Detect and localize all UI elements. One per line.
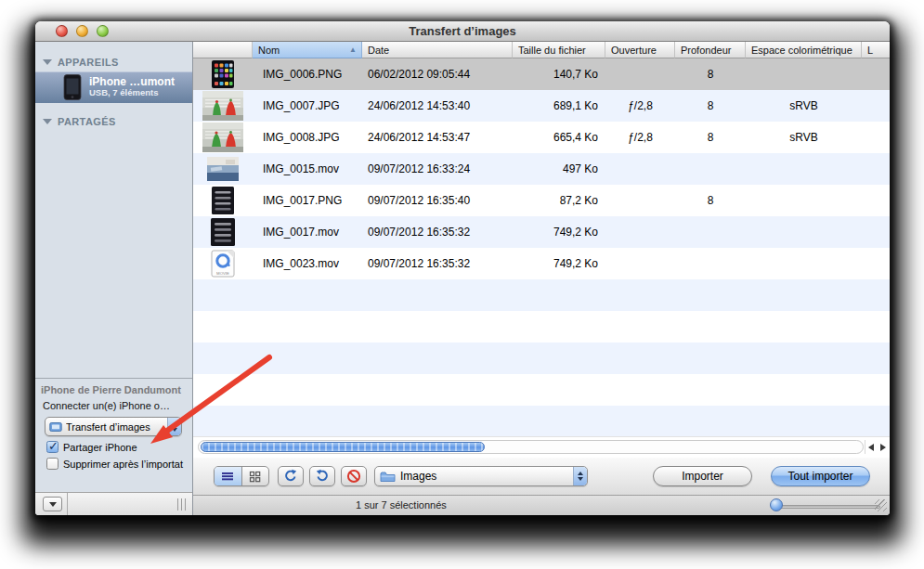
- rotate-counterclockwise-icon: [315, 469, 330, 484]
- file-aperture: [605, 185, 675, 216]
- screenshot-stage: Transfert d’images APPAREILS: [0, 0, 924, 569]
- svg-text:MOVIE: MOVIE: [216, 271, 229, 276]
- file-aperture: ƒ/2,8: [605, 90, 675, 122]
- minimize-button[interactable]: [76, 25, 88, 37]
- column-header-width[interactable]: L: [862, 42, 890, 58]
- sidebar-bottom-bar: [35, 492, 192, 515]
- sidebar-resize-handle[interactable]: [177, 498, 189, 511]
- window-resize-grip[interactable]: [875, 499, 887, 511]
- window-title: Transfert d’images: [409, 24, 516, 38]
- thumbnail-size-slider[interactable]: [771, 505, 880, 509]
- file-date: 09/07/2012 16:33:24: [362, 153, 513, 185]
- disclosure-triangle-icon[interactable]: [43, 59, 52, 65]
- table-row[interactable]: IMG_0008.JPG 24/06/2012 14:53:47 665,4 K…: [193, 122, 890, 153]
- share-iphone-label: Partager iPhone: [63, 442, 137, 453]
- file-size: 665,4 Ko: [513, 122, 605, 153]
- table-header: Nom ▲ Date Taille du fichier Ouverture P…: [193, 42, 890, 58]
- file-name: IMG_0008.JPG: [253, 122, 362, 153]
- file-name: IMG_0017.mov: [253, 216, 362, 248]
- column-header-name[interactable]: Nom ▲: [253, 42, 362, 58]
- file-colorspace: sRVB: [746, 90, 862, 122]
- scroll-left-arrow-icon[interactable]: [868, 444, 874, 451]
- view-mode-segmented-control: [214, 466, 269, 486]
- grid-view-button[interactable]: [242, 467, 269, 485]
- file-name: IMG_0007.JPG: [253, 90, 362, 122]
- sidebar-source-list: APPAREILS iPhone …umont USB, 7 éléments: [35, 42, 192, 378]
- scrollbar-thumb[interactable]: [201, 442, 485, 452]
- selection-status-text: 1 sur 7 sélectionnés: [356, 499, 447, 511]
- thumbnail-quicktime-icon: MOVIE: [211, 250, 235, 278]
- file-aperture: [605, 248, 675, 279]
- divider: [865, 440, 865, 454]
- image-capture-window: Transfert d’images APPAREILS: [35, 21, 890, 515]
- popup-stepper-icon[interactable]: [167, 418, 181, 435]
- file-list: IMG_0006.PNG 06/02/2012 09:05:44 140,7 K…: [193, 58, 890, 436]
- title-bar[interactable]: Transfert d’images: [35, 21, 890, 42]
- file-aperture: [605, 153, 675, 185]
- scrollbar-track[interactable]: [198, 440, 864, 454]
- file-date: 09/07/2012 16:35:32: [362, 216, 513, 248]
- file-size: 689,1 Ko: [513, 90, 605, 122]
- import-button[interactable]: Importer: [653, 466, 752, 486]
- file-size: 749,2 Ko: [513, 248, 605, 279]
- table-row[interactable]: IMG_0015.mov 09/07/2012 16:33:24 497 Ko: [193, 153, 890, 185]
- delete-after-import-row: Supprimer après l’importat: [46, 458, 183, 470]
- file-date: 24/06/2012 14:53:40: [362, 90, 513, 122]
- column-header-depth[interactable]: Profondeur: [675, 42, 746, 58]
- table-row[interactable]: IMG_0017.mov 09/07/2012 16:35:32 749,2 K…: [193, 216, 890, 248]
- thumbnail-dark-screenshot: [212, 187, 234, 214]
- list-view-button[interactable]: [215, 467, 242, 485]
- table-row[interactable]: IMG_0017.PNG 09/07/2012 16:35:40 87,2 Ko…: [193, 185, 890, 216]
- status-bar: 1 sur 7 sélectionnés: [193, 495, 890, 515]
- thumbnail-dark-screenshot: [211, 218, 235, 246]
- iphone-icon: [63, 74, 82, 100]
- thumbnail-iphone-homescreen: [212, 60, 234, 88]
- sidebar-section-shared[interactable]: PARTAGÉS: [35, 112, 192, 131]
- file-depth: [675, 248, 746, 279]
- column-header-aperture[interactable]: Ouverture: [605, 42, 675, 58]
- slider-knob[interactable]: [770, 498, 783, 511]
- column-header-date[interactable]: Date: [362, 42, 513, 58]
- import-all-button[interactable]: Tout importer: [771, 466, 870, 486]
- zoom-button[interactable]: [97, 25, 109, 37]
- file-depth: 8: [675, 58, 746, 90]
- delete-after-import-label: Supprimer après l’importat: [63, 459, 183, 470]
- connect-action-popup[interactable]: Transfert d’images: [45, 417, 182, 436]
- sort-ascending-icon: ▲: [349, 45, 361, 54]
- file-aperture: ƒ/2,8: [605, 122, 675, 153]
- delete-prohibited-icon: [346, 469, 361, 484]
- file-date: 09/07/2012 16:35:32: [362, 248, 513, 279]
- column-header-thumbnail[interactable]: [193, 42, 253, 58]
- destination-folder-popup[interactable]: Images: [374, 466, 588, 486]
- column-header-size[interactable]: Taille du fichier: [513, 42, 605, 58]
- file-date: 06/02/2012 09:05:44: [362, 58, 513, 90]
- file-colorspace: [746, 248, 862, 279]
- file-size: 497 Ko: [513, 153, 605, 185]
- table-row[interactable]: IMG_0006.PNG 06/02/2012 09:05:44 140,7 K…: [193, 58, 890, 90]
- share-iphone-checkbox[interactable]: [46, 441, 59, 453]
- delete-button[interactable]: [341, 466, 367, 486]
- sidebar-section-devices[interactable]: APPAREILS: [35, 53, 192, 71]
- file-colorspace: [746, 185, 862, 216]
- file-size: 749,2 Ko: [513, 216, 605, 248]
- delete-after-import-checkbox[interactable]: [46, 458, 59, 470]
- image-capture-app-icon: [49, 421, 62, 433]
- rotate-counterclockwise-button[interactable]: [309, 466, 335, 486]
- file-browser: Nom ▲ Date Taille du fichier Ouverture P…: [193, 42, 890, 515]
- scroll-right-arrow-icon[interactable]: [880, 444, 886, 451]
- rotate-clockwise-button[interactable]: [278, 466, 304, 486]
- column-header-colorspace[interactable]: Espace colorimétrique: [746, 42, 862, 58]
- sidebar-item-iphone[interactable]: iPhone …umont USB, 7 éléments: [35, 71, 192, 103]
- traffic-lights: [56, 25, 109, 37]
- disclosure-triangle-icon[interactable]: [43, 119, 52, 124]
- horizontal-scrollbar: [193, 436, 890, 458]
- hide-device-settings-button[interactable]: [43, 497, 62, 511]
- divider: [67, 493, 68, 515]
- destination-folder-value: Images: [400, 470, 568, 483]
- device-detail: USB, 7 éléments: [89, 88, 175, 98]
- table-row[interactable]: MOVIE IMG_0023.mov 09/07/2012 16:35:32 7…: [193, 248, 890, 279]
- close-button[interactable]: [56, 25, 68, 37]
- file-size: 140,7 Ko: [513, 58, 605, 90]
- popup-stepper-icon[interactable]: [573, 467, 587, 485]
- table-row[interactable]: IMG_0007.JPG 24/06/2012 14:53:40 689,1 K…: [193, 90, 890, 122]
